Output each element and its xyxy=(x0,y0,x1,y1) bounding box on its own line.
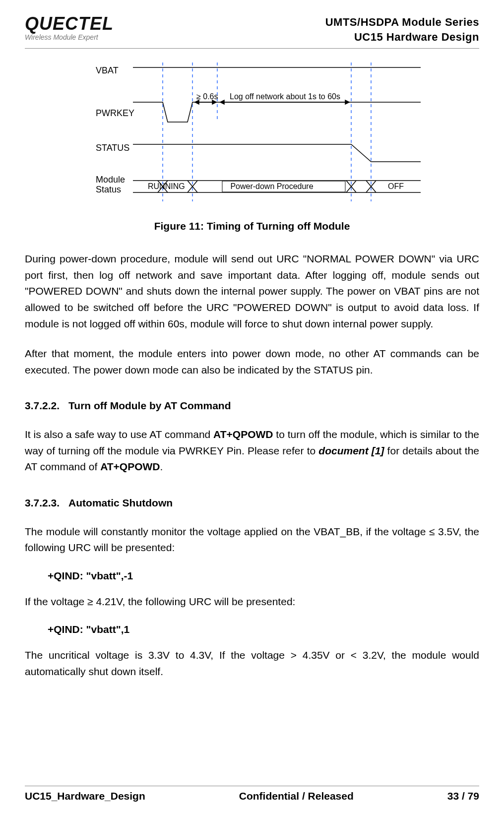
footer-left: UC15_Hardware_Design xyxy=(25,790,145,802)
urc-1: +QIND: "vbatt",-1 xyxy=(48,570,479,582)
timing-svg: VBAT PWRKEY STATUS Module Status xyxy=(73,58,431,206)
paragraph-2: After that moment, the module enters int… xyxy=(25,346,479,378)
footer-right: 33 / 79 xyxy=(447,790,479,802)
urc-2: +QIND: "vbatt",1 xyxy=(48,624,479,635)
page-footer: UC15_Hardware_Design Confidential / Rele… xyxy=(25,786,479,802)
label-off: OFF xyxy=(388,182,404,190)
footer-center: Confidential / Released xyxy=(239,790,354,802)
label-pdp: Power-down Procedure xyxy=(230,182,313,190)
header-line-1: UMTS/HSDPA Module Series xyxy=(325,15,479,30)
paragraph-4: The module will constantly monitor the v… xyxy=(25,524,479,556)
p3-cmd2: AT+QPOWD xyxy=(100,461,160,472)
header-line-2: UC15 Hardware Design xyxy=(325,30,479,45)
label-logoff: Log off network about 1s to 60s xyxy=(230,92,340,101)
timing-diagram: VBAT PWRKEY STATUS Module Status xyxy=(25,58,479,206)
figure-caption: Figure 11: Timing of Turning off Module xyxy=(25,220,479,232)
label-running: RUNNING xyxy=(148,182,185,190)
page-header: QUECTEL Wireless Module Expert UMTS/HSDP… xyxy=(25,15,479,49)
p3-doc: document [1] xyxy=(318,445,384,456)
paragraph-1: During power-down procedure, module will… xyxy=(25,251,479,332)
paragraph-6: The uncritical voltage is 3.3V to 4.3V, … xyxy=(25,647,479,680)
label-modstat2: Status xyxy=(96,185,121,194)
paragraph-5: If the voltage ≥ 4.21V, the following UR… xyxy=(25,594,479,610)
svg-marker-7 xyxy=(212,100,216,104)
label-vbat: VBAT xyxy=(96,65,119,75)
page: QUECTEL Wireless Module Expert UMTS/HSDP… xyxy=(0,0,504,680)
p3-pre: It is also a safe way to use AT command xyxy=(25,429,213,440)
heading-num: 3.7.2.2. xyxy=(25,400,60,412)
paragraph-3: It is also a safe way to use AT command … xyxy=(25,427,479,475)
heading-title: Turn off Module by AT Command xyxy=(68,400,231,411)
heading-title: Automatic Shutdown xyxy=(68,497,173,508)
header-right: UMTS/HSDPA Module Series UC15 Hardware D… xyxy=(325,15,479,44)
logo-text: QUECTEL xyxy=(25,15,114,33)
label-modstat1: Module xyxy=(96,175,125,185)
label-status: STATUS xyxy=(96,143,129,153)
logo-subtitle: Wireless Module Expert xyxy=(25,34,114,41)
label-pwrkey: PWRKEY xyxy=(96,108,134,118)
label-pulse: ≥ 0.6s xyxy=(196,92,218,101)
heading-num: 3.7.2.3. xyxy=(25,497,60,509)
svg-marker-10 xyxy=(345,100,349,104)
heading-3-7-2-2: 3.7.2.2.Turn off Module by AT Command xyxy=(25,400,479,412)
svg-marker-9 xyxy=(220,100,224,104)
p3-end: . xyxy=(160,461,163,472)
logo-block: QUECTEL Wireless Module Expert xyxy=(25,15,114,41)
svg-marker-6 xyxy=(195,100,199,104)
heading-3-7-2-3: 3.7.2.3.Automatic Shutdown xyxy=(25,497,479,509)
p3-cmd: AT+QPOWD xyxy=(213,429,273,440)
